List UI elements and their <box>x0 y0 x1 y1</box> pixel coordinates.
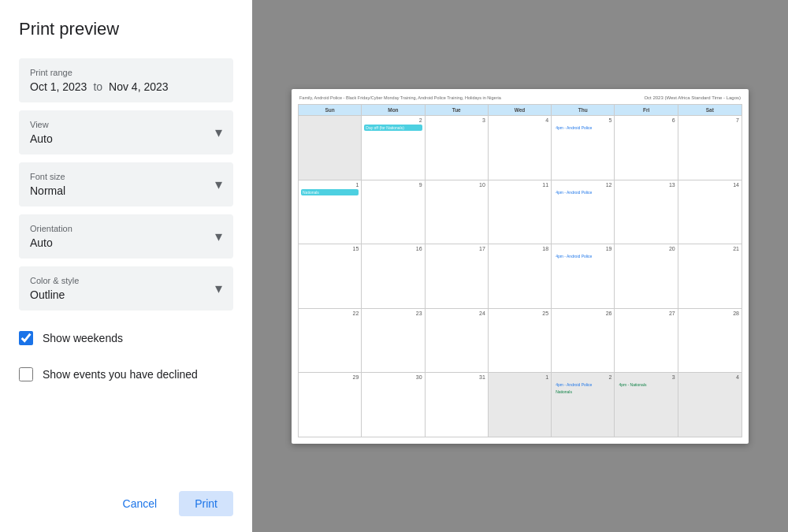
calendar-date-number: 22 <box>301 311 359 316</box>
calendar-cell: 11 <box>489 180 552 244</box>
calendar-date-number: 1 <box>301 182 359 188</box>
day-name-mon: Mon <box>362 105 425 115</box>
calendar-date-number: 15 <box>301 246 359 251</box>
calendar-cell: 24 <box>426 309 489 372</box>
calendar-date-number: 3 <box>428 117 485 123</box>
show-weekends-label: Show weekends <box>43 332 123 344</box>
calendar-month-label: Oct 2023 (West Africa Standard Time - La… <box>644 95 741 100</box>
left-panel: Print preview Print range Oct 1, 2023 to… <box>0 0 252 532</box>
calendar-date-number: 24 <box>428 311 485 316</box>
right-panel: Family, Android Police - Black Friday/Cy… <box>252 0 788 532</box>
calendar-event: 4pm - Android Police <box>554 189 611 195</box>
calendar-cell: 16 <box>362 244 425 307</box>
orientation-label: Orientation <box>30 224 222 233</box>
calendar-cell: 10 <box>426 180 489 244</box>
chevron-down-icon: ▾ <box>215 228 222 245</box>
color-style-label: Color & style <box>30 276 222 285</box>
day-name-wed: Wed <box>489 105 552 115</box>
calendar-event: 4pm - Android Police <box>554 253 611 259</box>
calendar-cell: 9 <box>362 180 425 244</box>
calendar-header: Family, Android Police - Black Friday/Cy… <box>298 95 742 102</box>
day-name-sun: Sun <box>299 105 362 115</box>
calendar-cell: 4 <box>678 373 742 436</box>
calendar-event: Nationals <box>301 189 359 195</box>
calendar-cell: 25 <box>489 309 552 372</box>
calendar-date-number: 26 <box>554 311 611 316</box>
calendar-week: 2Day off (for Nationals)3454pm - Android… <box>299 116 742 180</box>
calendar-week: 22232425262728 <box>299 309 742 373</box>
calendar-date-number: 19 <box>554 246 611 251</box>
calendar-cell <box>299 116 362 179</box>
calendar-cell: 18 <box>489 244 552 307</box>
calendar-cell: 20 <box>615 244 678 307</box>
print-range-end: Nov 4, 2023 <box>109 80 169 93</box>
calendar-cell: 6 <box>615 116 678 179</box>
cancel-button[interactable]: Cancel <box>110 491 170 516</box>
chevron-down-icon: ▾ <box>215 176 222 193</box>
calendar-date-number: 5 <box>554 117 611 123</box>
calendar-cell: 54pm - Android Police <box>552 116 615 179</box>
calendar-date-number: 16 <box>364 246 422 251</box>
chevron-down-icon: ▾ <box>215 280 222 297</box>
chevron-down-icon: ▾ <box>215 124 222 141</box>
view-value: Auto <box>30 132 222 145</box>
date-range-row: Oct 1, 2023 to Nov 4, 2023 <box>30 80 222 93</box>
calendar-date-number: 21 <box>681 246 739 251</box>
calendar-cell: 4 <box>489 116 552 179</box>
print-range-to: to <box>93 80 102 93</box>
calendar-cell: 2Day off (for Nationals) <box>362 116 425 179</box>
calendar-cell: 22 <box>299 309 362 372</box>
print-button[interactable]: Print <box>179 491 233 516</box>
calendar-cell: 1Nationals <box>299 180 362 244</box>
calendar-cell: 17 <box>426 244 489 307</box>
calendar-week: 1Nationals91011124pm - Android Police131… <box>299 180 742 244</box>
calendar-week: 293031124pm - Android PoliceNationals34p… <box>299 373 742 436</box>
font-size-select[interactable]: Font size Normal ▾ <box>19 162 233 206</box>
calendar-preview: Family, Android Police - Black Friday/Cy… <box>292 89 749 444</box>
calendar-date-number: 30 <box>364 374 422 380</box>
calendar-date-number: 6 <box>617 117 675 123</box>
calendar-date-number: 4 <box>491 117 548 123</box>
calendar-date-number: 17 <box>428 246 485 251</box>
calendar-cell: 3 <box>426 116 489 179</box>
calendar-weeks: 2Day off (for Nationals)3454pm - Android… <box>299 116 742 436</box>
calendar-date-number: 28 <box>681 311 739 316</box>
calendar-cell: 14 <box>678 180 742 244</box>
calendar-date-number: 12 <box>554 182 611 188</box>
calendar-date-number: 25 <box>491 311 548 316</box>
calendar-grid: Sun Mon Tue Wed Thu Fri Sat 2Day off (fo… <box>298 104 742 437</box>
show-weekends-checkbox[interactable] <box>19 331 33 345</box>
calendar-date-number: 1 <box>491 374 548 380</box>
calendar-date-number: 20 <box>617 246 675 251</box>
calendar-event: 4pm - Android Police <box>554 381 611 388</box>
font-size-label: Font size <box>30 172 222 181</box>
calendar-date-number: 31 <box>428 374 485 380</box>
color-style-select[interactable]: Color & style Outline ▾ <box>19 266 233 311</box>
view-label: View <box>30 120 222 129</box>
calendar-legend: Family, Android Police - Black Friday/Cy… <box>299 95 501 102</box>
calendar-cell: 26 <box>552 309 615 372</box>
show-declined-checkbox[interactable] <box>19 367 33 381</box>
calendar-cell: 30 <box>362 373 425 436</box>
calendar-date-number: 4 <box>681 374 739 380</box>
calendar-cell: 28 <box>678 309 742 372</box>
view-select[interactable]: View Auto ▾ <box>19 110 233 154</box>
calendar-date-number: 14 <box>681 182 739 188</box>
calendar-cell: 34pm - Nationals <box>615 373 678 436</box>
calendar-event: Day off (for Nationals) <box>364 125 422 131</box>
calendar-date-number: 9 <box>364 182 422 188</box>
calendar-date-number: 7 <box>681 117 739 123</box>
calendar-event: 4pm - Nationals <box>617 381 675 388</box>
day-name-fri: Fri <box>615 105 678 115</box>
calendar-event: 4pm - Android Police <box>554 125 611 131</box>
font-size-value: Normal <box>30 184 222 197</box>
calendar-cell: 23 <box>362 309 425 372</box>
calendar-cell: 15 <box>299 244 362 307</box>
calendar-cell: 21 <box>678 244 742 307</box>
calendar-date-number: 10 <box>428 182 485 188</box>
show-declined-row: Show events you have declined <box>19 367 233 381</box>
calendar-week: 15161718194pm - Android Police2021 <box>299 244 742 308</box>
orientation-select[interactable]: Orientation Auto ▾ <box>19 214 233 259</box>
calendar-cell: 7 <box>678 116 742 179</box>
print-range-start: Oct 1, 2023 <box>30 80 87 93</box>
